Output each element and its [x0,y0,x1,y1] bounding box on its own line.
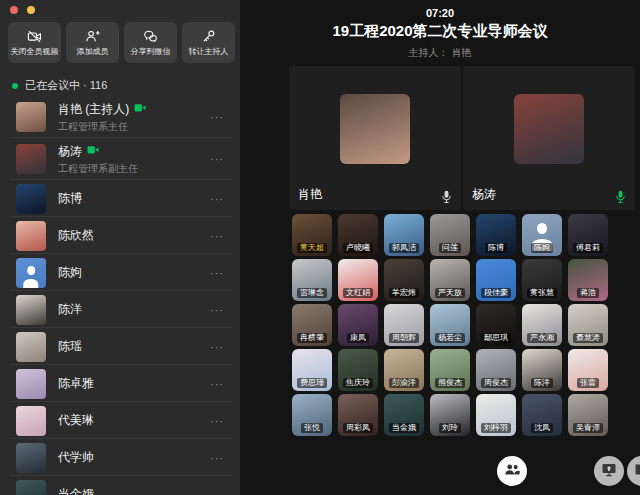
sidebar-action-bar: 关闭全员视频 添加成员 [8,22,235,63]
member-tile[interactable]: 当金娥 [384,394,424,436]
member-name: 卢晓曦 [343,243,373,253]
member-name: 吴青潭 [573,423,603,433]
avatar [16,184,46,214]
member-tile[interactable]: 熊俊杰 [430,349,470,391]
member-tile[interactable]: 陈姁 [522,214,562,256]
participant-row[interactable]: 杨涛 工程管理系副主任 ··· [0,138,240,180]
member-name: 严天放 [435,288,465,298]
participant-name: 陈欣然 [58,227,94,244]
participant-row[interactable]: 代学帅 ··· [0,439,240,476]
member-name: 羊宏炜 [389,288,419,298]
participants-button[interactable] [497,456,527,486]
member-tile[interactable]: 傅君莉 [568,214,608,256]
member-tile[interactable]: 张蕾 [568,349,608,391]
member-tile[interactable]: 黄天超 [292,214,332,256]
file-share-button[interactable] [627,456,640,486]
member-tile[interactable]: 费思瑾 [292,349,332,391]
member-tile[interactable]: 羊宏炜 [384,259,424,301]
camera-off-icon [27,29,42,44]
more-options-button[interactable]: ··· [210,489,224,495]
member-tile[interactable]: 卢晓曦 [338,214,378,256]
member-tile[interactable]: 杨若尘 [430,304,470,346]
more-options-button[interactable]: ··· [210,111,224,123]
avatar [16,258,46,288]
window-close-button[interactable] [10,6,18,14]
member-tile[interactable]: 彭渝洋 [384,349,424,391]
participant-info: 陈欣然 [58,227,210,244]
more-options-button[interactable]: ··· [210,153,224,165]
member-tile[interactable]: 陈洋 [522,349,562,391]
add-member-button[interactable]: 添加成员 [66,22,119,63]
share-to-wechat-button[interactable]: 分享到微信 [124,22,177,63]
stage-tile[interactable]: 杨涛 [463,66,635,210]
member-tile[interactable]: 陈博 [476,214,516,256]
member-tile[interactable]: 周俊杰 [476,349,516,391]
member-tile[interactable]: 蒋浩 [568,259,608,301]
member-tile[interactable]: 严天放 [430,259,470,301]
member-tile[interactable]: 康凤 [338,304,378,346]
member-tile[interactable]: 刘玲 [430,394,470,436]
close-all-video-button[interactable]: 关闭全员视频 [8,22,61,63]
participant-row[interactable]: 陈洋 ··· [0,291,240,328]
avatar [16,295,46,325]
more-options-button[interactable]: ··· [210,230,224,242]
avatar [16,406,46,436]
participant-row[interactable]: 陈欣然 ··· [0,217,240,254]
host-label: 主持人： 肖艳 [240,46,640,60]
member-grid: 黄天超 卢晓曦 郭凤洁 问莲 陈博 陈姁 傅君莉 雷琳念 文红娟 羊宏炜 严天放… [292,214,608,436]
member-tile[interactable]: 段佳豪 [476,259,516,301]
participant-row[interactable]: 代美琳 ··· [0,402,240,439]
more-options-button[interactable]: ··· [210,267,224,279]
member-name: 刘梓羽 [481,423,511,433]
window-minimize-button[interactable] [27,6,35,14]
stage-name: 肖艳 [298,186,322,203]
member-tile[interactable]: 问莲 [430,214,470,256]
member-name: 周朝辉 [389,333,419,343]
member-tile[interactable]: 张悦 [292,394,332,436]
participant-row[interactable]: 陈博 ··· [0,180,240,217]
transfer-host-button[interactable]: 转让主持人 [182,22,235,63]
participant-info: 陈博 [58,190,210,207]
participant-row[interactable]: 当金娥 ··· [0,476,240,495]
participant-info: 陈瑶 [58,338,210,355]
participant-name: 陈洋 [58,301,82,318]
avatar [16,480,46,495]
member-name: 当金娥 [389,423,419,433]
more-options-button[interactable]: ··· [210,341,224,353]
screen-share-button[interactable] [594,456,624,486]
member-name: 彭渝洋 [389,378,419,388]
member-tile[interactable]: 周彩凤 [338,394,378,436]
member-tile[interactable]: 沈凤 [522,394,562,436]
participant-row[interactable]: 陈姁 ··· [0,254,240,291]
member-tile[interactable]: 冉横肇 [292,304,332,346]
participant-row[interactable]: 陈瑶 ··· [0,328,240,365]
member-tile[interactable]: 刘梓羽 [476,394,516,436]
member-name: 刘玲 [439,423,461,433]
more-options-button[interactable]: ··· [210,415,224,427]
member-tile[interactable]: 鄢思琪 [476,304,516,346]
more-options-button[interactable]: ··· [210,378,224,390]
member-name: 张蕾 [577,378,599,388]
member-tile[interactable]: 雷琳念 [292,259,332,301]
member-name: 蒋浩 [577,288,599,298]
member-tile[interactable]: 周朝辉 [384,304,424,346]
more-options-button[interactable]: ··· [210,304,224,316]
more-options-button[interactable]: ··· [210,193,224,205]
participant-row[interactable]: 陈卓雅 ··· [0,365,240,402]
key-icon [201,29,216,44]
member-tile[interactable]: 严永湘 [522,304,562,346]
member-name: 杨若尘 [435,333,465,343]
member-tile[interactable]: 黄张慧 [522,259,562,301]
stage-tile[interactable]: 肖艳 [289,66,461,210]
action-label: 转让主持人 [189,47,229,56]
member-name: 冉横肇 [297,333,327,343]
member-tile[interactable]: 聂慧涛 [568,304,608,346]
participant-row[interactable]: 肖艳 (主持人) 工程管理系主任 ··· [0,96,240,138]
participant-subtitle: 工程管理系主任 [58,120,210,134]
more-options-button[interactable]: ··· [210,452,224,464]
member-name: 焦庆玲 [343,378,373,388]
member-tile[interactable]: 文红娟 [338,259,378,301]
member-tile[interactable]: 郭凤洁 [384,214,424,256]
member-tile[interactable]: 吴青潭 [568,394,608,436]
member-tile[interactable]: 焦庆玲 [338,349,378,391]
